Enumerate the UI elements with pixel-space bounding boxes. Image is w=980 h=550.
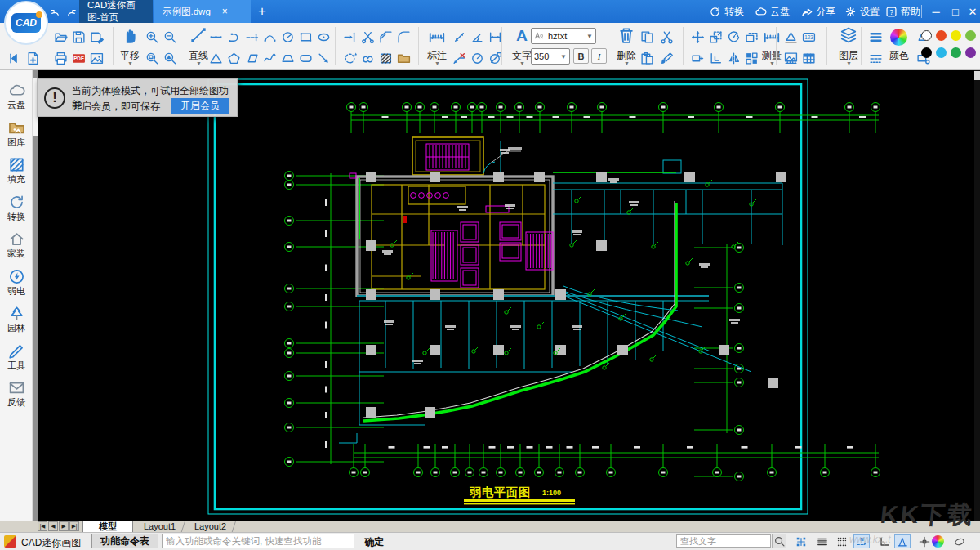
sidebar-item-landscape[interactable]: 园林 — [0, 303, 33, 339]
fillet-button[interactable] — [395, 29, 412, 45]
new-file-button[interactable] — [24, 50, 41, 66]
command-list-button[interactable]: 功能命令表 — [91, 534, 158, 548]
sidebar-item-cloud-disk[interactable]: 云盘 — [0, 80, 33, 116]
extend-button[interactable] — [341, 29, 358, 45]
close-button[interactable]: ✕ — [965, 0, 980, 23]
delete-button-caret-icon[interactable]: ▼ — [624, 60, 630, 66]
block-library-button[interactable] — [395, 50, 412, 66]
circle-button[interactable] — [279, 29, 296, 45]
color-swatch[interactable] — [965, 47, 976, 58]
tab-drawing[interactable]: 示例图.dwg × — [154, 0, 251, 23]
polyline-button[interactable] — [225, 29, 242, 45]
cloud-menu[interactable]: 云盘 — [753, 0, 790, 23]
export-pdf-button[interactable]: PDF — [70, 50, 87, 66]
tab-home[interactable]: CAD迷你画图-首页 — [79, 0, 153, 23]
color-wheel-toggle[interactable] — [932, 535, 944, 548]
convert-menu[interactable]: 转换 — [707, 0, 744, 23]
grid-toggle[interactable] — [814, 534, 831, 548]
linetype-button[interactable] — [867, 29, 884, 45]
linetype-scale-button[interactable] — [867, 50, 884, 66]
color-wheel-button[interactable] — [890, 29, 907, 46]
polygon-button[interactable] — [225, 50, 242, 66]
rounded-rect-button[interactable] — [297, 50, 314, 66]
lineweight-toggle[interactable] — [951, 534, 968, 548]
line-button-caret-icon[interactable]: ▼ — [196, 60, 202, 66]
zoom-window-button[interactable] — [144, 50, 160, 66]
snap-toggle[interactable] — [793, 534, 809, 548]
tab-close-icon[interactable]: × — [222, 6, 228, 17]
dimension-button-caret-icon[interactable]: ▼ — [434, 60, 440, 66]
text-size-select[interactable]: 350▼ — [531, 48, 570, 65]
stretch-button[interactable] — [689, 50, 706, 66]
settings-menu[interactable]: 设置 — [843, 0, 880, 23]
color-swatch[interactable] — [951, 47, 961, 58]
print-button[interactable] — [52, 50, 69, 66]
spline-button[interactable] — [261, 50, 278, 66]
color-swatch[interactable] — [921, 30, 932, 41]
redo-button[interactable] — [64, 0, 78, 23]
dim-linear-button[interactable] — [487, 29, 503, 45]
leader-button[interactable] — [451, 50, 467, 66]
open-button[interactable] — [52, 29, 69, 45]
right-scrollbar[interactable] — [974, 70, 980, 521]
crosshair-toggle[interactable] — [916, 534, 933, 548]
tab-nav-prev-button[interactable]: ◀ — [48, 521, 58, 531]
chamfer-button[interactable] — [377, 29, 394, 45]
tab-nav-first-button[interactable]: |◀ — [38, 521, 47, 531]
trapezoid-button[interactable] — [279, 50, 296, 66]
count-button[interactable]: 123 — [800, 29, 817, 45]
sidebar-item-weak-current[interactable]: 弱电 — [0, 266, 33, 302]
parallelogram-button[interactable] — [243, 50, 260, 66]
bold-button[interactable]: B — [573, 48, 589, 64]
rotate-button[interactable] — [725, 29, 742, 45]
text-button-caret-icon[interactable]: ▼ — [519, 60, 525, 66]
find-text-input[interactable] — [676, 534, 771, 548]
tab-layout1[interactable]: Layout1 — [135, 521, 186, 532]
color-swatch[interactable] — [921, 47, 932, 58]
dynamic-input-toggle[interactable] — [894, 534, 911, 548]
maximize-button[interactable]: □ — [946, 0, 965, 23]
minimize-button[interactable]: ─ — [926, 0, 946, 23]
arc-button[interactable] — [261, 29, 278, 45]
app-logo[interactable]: CAD — [4, 1, 48, 45]
undo-button[interactable] — [47, 0, 62, 23]
color-button-label[interactable]: 颜色 — [884, 49, 915, 63]
save-button[interactable] — [70, 29, 87, 45]
save-as-button[interactable] — [88, 29, 105, 45]
dot-grid-toggle[interactable] — [834, 534, 850, 548]
sidebar-item-home-design[interactable]: 家装 — [0, 229, 33, 265]
ok-button[interactable]: 确定 — [364, 535, 384, 549]
pan-button-caret-icon[interactable]: ▼ — [127, 60, 133, 66]
dim-radius-button[interactable] — [469, 50, 485, 66]
dim-aligned-button[interactable] — [451, 29, 467, 45]
back-button[interactable] — [7, 50, 23, 66]
scale-button[interactable] — [707, 29, 724, 45]
sidebar-item-feedback[interactable]: 反馈 — [0, 378, 33, 414]
dimension-button[interactable] — [421, 26, 452, 47]
sidebar-item-tools[interactable]: 工具 — [0, 341, 33, 377]
help-menu[interactable]: ?帮助 — [884, 0, 920, 23]
delete-button[interactable] — [611, 26, 642, 47]
tab-layout2[interactable]: Layout2 — [185, 521, 237, 532]
layers-button-caret-icon[interactable]: ▼ — [846, 60, 852, 66]
arrow-button[interactable] — [315, 50, 332, 66]
command-input[interactable] — [162, 534, 354, 548]
export-image-button[interactable] — [88, 50, 105, 66]
sidebar-item-convert[interactable]: 转换 — [0, 192, 33, 228]
drawing-canvas[interactable]: 弱电平面图 1:100 — [38, 70, 974, 521]
construction-line-button[interactable] — [243, 29, 260, 45]
open-membership-button[interactable]: 开启会员 — [171, 98, 229, 114]
dim-diameter-button[interactable] — [487, 50, 503, 66]
tab-nav-next-button[interactable]: ▶ — [59, 521, 69, 531]
cut-button[interactable] — [658, 29, 675, 45]
search-button[interactable] — [772, 534, 786, 548]
tab-nav-last-button[interactable]: ▶| — [69, 521, 79, 531]
measure-button-caret-icon[interactable]: ▼ — [769, 60, 775, 66]
zoom-out-button[interactable] — [162, 29, 178, 45]
sidebar-item-hatch-fill[interactable]: 填充 — [0, 154, 33, 190]
zoom-in-button[interactable] — [144, 29, 160, 45]
color-swatch[interactable] — [936, 30, 947, 41]
sidebar-item-gallery[interactable]: 图库 — [0, 118, 33, 154]
ellipse-button[interactable] — [315, 29, 332, 45]
move-button[interactable] — [689, 29, 706, 45]
